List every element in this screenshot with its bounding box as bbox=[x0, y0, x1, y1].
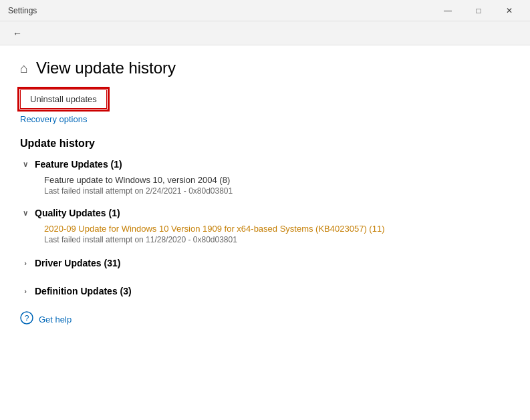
titlebar-left: Settings bbox=[8, 6, 37, 15]
titlebar: Settings — □ ✕ bbox=[0, 0, 530, 21]
quality-chevron-icon: ∨ bbox=[20, 209, 31, 218]
get-help-section[interactable]: ? Get help bbox=[20, 311, 510, 328]
quality-updates-group: ∨ Quality Updates (1) 2020-09 Update for… bbox=[20, 205, 510, 244]
minimize-button[interactable]: — bbox=[432, 0, 463, 21]
feature-updates-header[interactable]: ∨ Feature Updates (1) bbox=[20, 156, 510, 172]
svg-text:?: ? bbox=[25, 314, 29, 323]
get-help-label: Get help bbox=[39, 314, 72, 325]
feature-update-subtitle: Last failed install attempt on 2/24/2021… bbox=[44, 186, 510, 196]
feature-update-title: Feature update to Windows 10, version 20… bbox=[44, 175, 510, 185]
uninstall-updates-button[interactable]: Uninstall updates bbox=[20, 89, 107, 109]
feature-updates-group: ∨ Feature Updates (1) Feature update to … bbox=[20, 156, 510, 196]
driver-updates-label: Driver Updates (31) bbox=[35, 258, 120, 268]
section-title: Update history bbox=[20, 138, 510, 150]
quality-update-title[interactable]: 2020-09 Update for Windows 10 Version 19… bbox=[44, 224, 510, 234]
quality-updates-header[interactable]: ∨ Quality Updates (1) bbox=[20, 205, 510, 221]
main-content: ⌂ View update history Uninstall updates … bbox=[0, 45, 530, 420]
definition-updates-group: › Definition Updates (3) bbox=[20, 282, 510, 300]
driver-updates-header[interactable]: › Driver Updates (31) bbox=[20, 254, 510, 272]
feature-updates-label: Feature Updates (1) bbox=[35, 159, 122, 170]
driver-updates-group: › Driver Updates (31) bbox=[20, 254, 510, 272]
feature-updates-items: Feature update to Windows 10, version 20… bbox=[20, 175, 510, 196]
titlebar-title: Settings bbox=[8, 6, 37, 15]
quality-update-subtitle: Last failed install attempt on 11/28/202… bbox=[44, 235, 510, 244]
page-title: View update history bbox=[36, 59, 176, 77]
quality-updates-label: Quality Updates (1) bbox=[35, 208, 120, 218]
page-header: ⌂ View update history bbox=[20, 59, 510, 77]
maximize-button[interactable]: □ bbox=[463, 0, 494, 21]
definition-updates-header[interactable]: › Definition Updates (3) bbox=[20, 282, 510, 300]
close-button[interactable]: ✕ bbox=[494, 0, 525, 21]
navbar: ← bbox=[0, 21, 530, 45]
back-button[interactable]: ← bbox=[8, 24, 27, 43]
definition-chevron-icon: › bbox=[20, 287, 31, 295]
feature-chevron-icon: ∨ bbox=[20, 160, 31, 169]
get-help-icon: ? bbox=[20, 311, 33, 328]
quality-updates-items: 2020-09 Update for Windows 10 Version 19… bbox=[20, 224, 510, 244]
home-icon: ⌂ bbox=[20, 61, 28, 76]
recovery-options-link[interactable]: Recovery options bbox=[20, 114, 510, 124]
driver-chevron-icon: › bbox=[20, 259, 31, 267]
definition-updates-label: Definition Updates (3) bbox=[35, 286, 132, 296]
titlebar-controls: — □ ✕ bbox=[432, 0, 525, 21]
